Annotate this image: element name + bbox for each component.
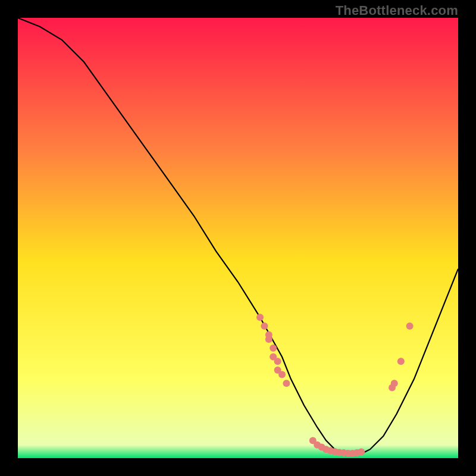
data-point	[261, 322, 268, 330]
data-point	[274, 358, 281, 365]
chart-svg	[18, 18, 458, 458]
data-point	[270, 345, 277, 352]
chart-area	[18, 18, 458, 458]
data-point	[391, 380, 398, 387]
data-point	[256, 314, 264, 321]
data-point	[406, 322, 414, 330]
watermark-text: TheBottleneck.com	[336, 3, 458, 18]
gradient-background	[18, 18, 458, 458]
data-point	[397, 358, 405, 365]
data-point	[278, 371, 286, 378]
data-point	[265, 336, 273, 343]
data-point	[358, 449, 365, 456]
data-point	[283, 380, 290, 387]
